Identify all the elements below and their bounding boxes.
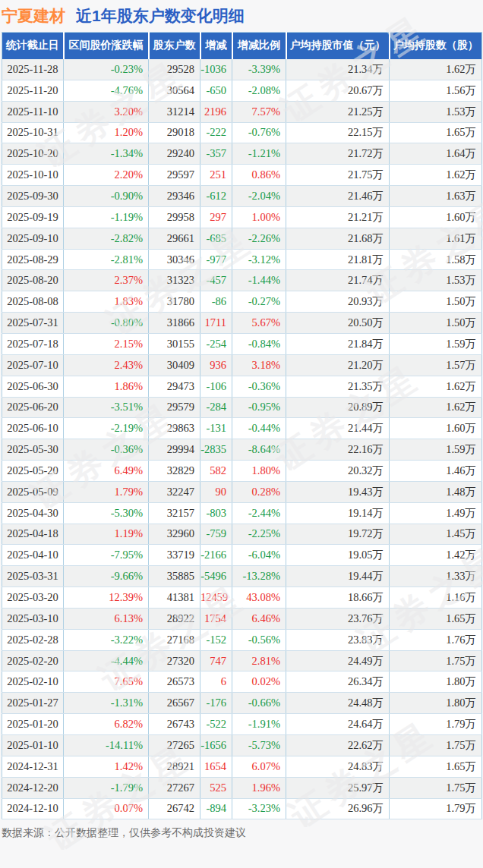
cell-avg-shares: 1.65万 bbox=[390, 756, 482, 777]
cell-change-ratio: -0.44% bbox=[232, 418, 286, 439]
cell-avg-shares: 1.60万 bbox=[390, 206, 482, 228]
cell-price-change: -5.30% bbox=[64, 502, 149, 524]
cell-avg-shares: 1.61万 bbox=[390, 228, 482, 249]
cell-change: 6 bbox=[200, 671, 232, 693]
cell-avg-shares: 1.56万 bbox=[390, 80, 482, 101]
cell-avg-market-value: 20.67万 bbox=[286, 80, 390, 101]
cell-avg-shares: 1.58万 bbox=[390, 249, 482, 270]
cell-avg-market-value: 21.46万 bbox=[286, 186, 390, 207]
cell-date: 2025-05-09 bbox=[2, 481, 64, 502]
cell-date: 2025-08-08 bbox=[2, 291, 64, 313]
table-row: 2025-05-30-0.36%29994-2835-8.64%22.16万1.… bbox=[2, 439, 482, 461]
cell-change-ratio: -0.56% bbox=[232, 629, 286, 650]
cell-price-change: 6.49% bbox=[64, 461, 149, 482]
cell-change-ratio: -0.66% bbox=[232, 693, 286, 714]
cell-avg-shares: 1.33万 bbox=[390, 566, 482, 587]
cell-avg-market-value: 20.50万 bbox=[286, 313, 390, 334]
cell-date: 2025-11-28 bbox=[2, 59, 64, 80]
cell-change: -457 bbox=[200, 270, 232, 291]
cell-date: 2025-09-19 bbox=[2, 206, 64, 228]
cell-change-ratio: -13.28% bbox=[232, 566, 286, 587]
cell-change: -612 bbox=[200, 186, 232, 207]
cell-change-ratio: 3.18% bbox=[232, 354, 286, 376]
cell-change-ratio: 5.67% bbox=[232, 313, 286, 334]
cell-price-change: -1.19% bbox=[64, 206, 149, 228]
cell-price-change: -0.80% bbox=[64, 313, 149, 334]
cell-avg-market-value: 26.96万 bbox=[286, 798, 390, 819]
cell-price-change: 2.15% bbox=[64, 333, 149, 354]
cell-date: 2025-08-29 bbox=[2, 249, 64, 270]
cell-avg-market-value: 21.44万 bbox=[286, 418, 390, 439]
header-change: 增减 bbox=[200, 33, 232, 59]
cell-avg-shares: 1.59万 bbox=[390, 333, 482, 354]
cell-date: 2025-11-10 bbox=[2, 101, 64, 122]
table-row: 2025-10-311.20%29018-222-0.76%22.15万1.65… bbox=[2, 122, 482, 143]
cell-holder-count: 27265 bbox=[149, 735, 200, 756]
cell-holder-count: 26742 bbox=[149, 798, 200, 819]
cell-holder-count: 31323 bbox=[149, 270, 200, 291]
cell-price-change: 2.43% bbox=[64, 354, 149, 376]
cell-change: -759 bbox=[200, 524, 232, 545]
cell-change: -685 bbox=[200, 228, 232, 249]
table-header: 统计截止日区间股价涨跌幅股东户数增减增减比例户均持股市值（元）户均持股数（股） bbox=[2, 33, 482, 59]
cell-change: 1754 bbox=[200, 608, 232, 629]
cell-date: 2025-07-18 bbox=[2, 333, 64, 354]
cell-avg-shares: 1.64万 bbox=[390, 143, 482, 165]
cell-holder-count: 32157 bbox=[149, 502, 200, 524]
cell-avg-market-value: 21.74万 bbox=[286, 270, 390, 291]
table-row: 2025-05-206.49%328295821.80%20.32万1.46万 bbox=[2, 461, 482, 482]
cell-price-change: -7.95% bbox=[64, 545, 149, 566]
cell-change: 12459 bbox=[200, 587, 232, 609]
cell-price-change: 1.79% bbox=[64, 481, 149, 502]
header-change-ratio: 增减比例 bbox=[232, 33, 286, 59]
table-row: 2025-09-10-2.82%29661-685-2.26%21.68万1.6… bbox=[2, 228, 482, 249]
cell-price-change: 1.83% bbox=[64, 291, 149, 313]
cell-change-ratio: -0.36% bbox=[232, 376, 286, 397]
cell-holder-count: 27168 bbox=[149, 629, 200, 650]
cell-change-ratio: -1.21% bbox=[232, 143, 286, 165]
cell-change-ratio: -2.44% bbox=[232, 502, 286, 524]
cell-change: -894 bbox=[200, 798, 232, 819]
table-row: 2025-03-106.13%2892217546.46%23.76万1.65万 bbox=[2, 608, 482, 629]
table-row: 2025-11-103.20%3121421967.57%21.25万1.53万 bbox=[2, 101, 482, 122]
table-row: 2025-08-081.83%31780-86-0.27%20.93万1.50万 bbox=[2, 291, 482, 313]
cell-change: -2835 bbox=[200, 439, 232, 461]
cell-price-change: 6.13% bbox=[64, 608, 149, 629]
cell-avg-market-value: 24.49万 bbox=[286, 650, 390, 671]
table-row: 2025-06-10-2.19%29863-131-0.44%21.44万1.6… bbox=[2, 418, 482, 439]
cell-change-ratio: 1.00% bbox=[232, 206, 286, 228]
cell-avg-market-value: 22.16万 bbox=[286, 439, 390, 461]
table-row: 2025-04-30-5.30%32157-803-2.44%19.14万1.4… bbox=[2, 502, 482, 524]
cell-date: 2025-08-20 bbox=[2, 270, 64, 291]
stock-name: 宁夏建材 bbox=[2, 7, 65, 24]
cell-change-ratio: 1.96% bbox=[232, 777, 286, 798]
cell-avg-shares: 1.62万 bbox=[390, 376, 482, 397]
cell-change: -222 bbox=[200, 122, 232, 143]
cell-price-change: -2.81% bbox=[64, 249, 149, 270]
cell-holder-count: 29863 bbox=[149, 418, 200, 439]
cell-date: 2025-10-20 bbox=[2, 143, 64, 165]
cell-change-ratio: 6.46% bbox=[232, 608, 286, 629]
cell-price-change: -0.36% bbox=[64, 439, 149, 461]
cell-change-ratio: -3.39% bbox=[232, 59, 286, 80]
table-row: 2025-10-20-1.34%29240-357-1.21%21.72万1.6… bbox=[2, 143, 482, 165]
cell-price-change: 7.65% bbox=[64, 671, 149, 693]
table-row: 2025-10-102.20%295972510.86%21.75万1.62万 bbox=[2, 165, 482, 186]
cell-date: 2025-10-10 bbox=[2, 165, 64, 186]
table-row: 2025-11-20-4.76%30564-650-2.08%20.67万1.5… bbox=[2, 80, 482, 101]
cell-price-change: -0.90% bbox=[64, 186, 149, 207]
cell-price-change: -1.79% bbox=[64, 777, 149, 798]
cell-avg-shares: 1.50万 bbox=[390, 313, 482, 334]
cell-change-ratio: -2.25% bbox=[232, 524, 286, 545]
cell-avg-shares: 1.60万 bbox=[390, 418, 482, 439]
cell-date: 2024-12-10 bbox=[2, 798, 64, 819]
table-row: 2025-05-091.79%32247900.28%19.43万1.48万 bbox=[2, 481, 482, 502]
cell-price-change: -2.19% bbox=[64, 418, 149, 439]
cell-change-ratio: 43.08% bbox=[232, 587, 286, 609]
header-holder-count: 股东户数 bbox=[149, 33, 200, 59]
cell-change-ratio: -1.91% bbox=[232, 714, 286, 735]
cell-price-change: -3.51% bbox=[64, 397, 149, 418]
cell-avg-shares: 1.65万 bbox=[390, 608, 482, 629]
table-row: 2025-02-28-3.22%27168-152-0.56%23.83万1.7… bbox=[2, 629, 482, 650]
table-row: 2025-08-202.37%31323-457-1.44%21.74万1.53… bbox=[2, 270, 482, 291]
